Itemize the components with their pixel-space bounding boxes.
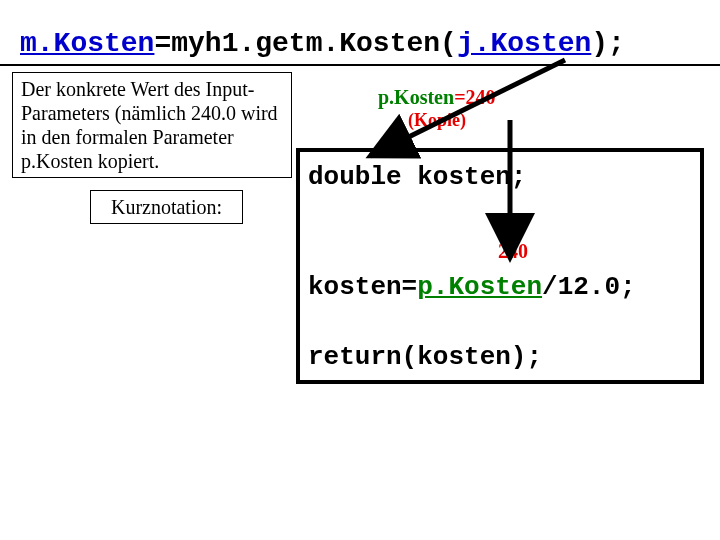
code-line-2c: /12.0;	[542, 272, 636, 302]
code-line-2b: p.Kosten	[417, 272, 542, 302]
pkosten-annotation: p.Kosten=240	[378, 86, 496, 109]
code-line-3: return(kosten);	[308, 342, 542, 372]
code-line-1: double kosten;	[308, 162, 526, 192]
title-close: );	[591, 28, 625, 59]
code-line-3-text: return(kosten);	[308, 342, 542, 372]
title-underline-rule	[0, 64, 720, 66]
code-line-2: kosten=p.Kosten/12.0;	[308, 272, 636, 302]
title-eq: =myh1.getm.Kosten(	[154, 28, 456, 59]
code-box: double kosten; kosten=p.Kosten/12.0; ret…	[296, 148, 704, 384]
kurznotation-box: Kurznotation:	[90, 190, 243, 224]
title-code-line: m.Kosten=myh1.getm.Kosten(j.Kosten);	[20, 28, 625, 59]
code-line-1-text: double kosten;	[308, 162, 526, 192]
title-arg: j.Kosten	[457, 28, 591, 59]
pkosten-value: =240	[454, 86, 495, 108]
title-lhs: m.Kosten	[20, 28, 154, 59]
value-240-annotation: 240	[498, 240, 528, 263]
kurznotation-label: Kurznotation:	[111, 196, 222, 218]
kopie-annotation: (Kopie)	[408, 110, 466, 131]
explanation-text: Der konkrete Wert des Input-Parameters (…	[21, 78, 278, 172]
code-line-2a: kosten=	[308, 272, 417, 302]
pkosten-label: p.Kosten	[378, 86, 454, 108]
explanation-box: Der konkrete Wert des Input-Parameters (…	[12, 72, 292, 178]
value-240-text: 240	[498, 240, 528, 262]
kopie-text: (Kopie)	[408, 110, 466, 130]
